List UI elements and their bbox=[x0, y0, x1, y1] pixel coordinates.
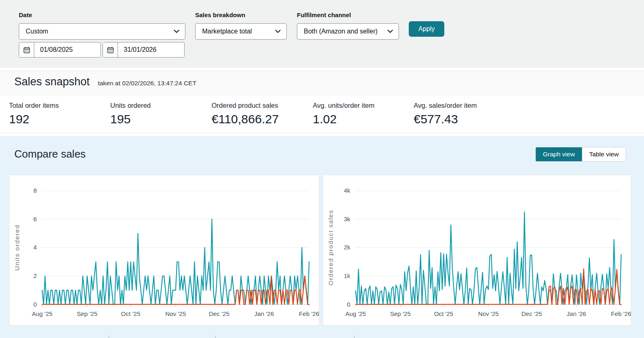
fulfilment-channel-value: Both (Amazon and seller) bbox=[304, 28, 378, 35]
table-view-button[interactable]: Table view bbox=[582, 147, 626, 161]
sales-snapshot-metrics: Total order items 192 Units ordered 195 … bbox=[0, 95, 644, 133]
column-separator-stub bbox=[109, 336, 109, 338]
svg-text:Dec '25: Dec '25 bbox=[521, 310, 542, 317]
svg-text:Ordered product sales: Ordered product sales bbox=[327, 210, 334, 286]
fulfilment-channel-select[interactable]: Both (Amazon and seller) bbox=[297, 23, 399, 40]
metric-ordered-product-sales: Ordered product sales €110,866.27 bbox=[212, 102, 279, 126]
column-separator-stub bbox=[354, 336, 354, 338]
sales-breakdown-select[interactable]: Marketplace total bbox=[195, 23, 287, 40]
date-to-value: 31/01/2026 bbox=[118, 42, 184, 57]
units-ordered-chart-card: 02468Aug '25Sep '25Oct '25Nov '25Dec '25… bbox=[9, 175, 319, 326]
date-filter-label: Date bbox=[19, 11, 32, 18]
snapshot-timestamp: taken at 02/02/2026, 13:47:24 CET bbox=[98, 80, 196, 87]
compare-sales-section: Compare sales Graph view Table view 0246… bbox=[0, 136, 644, 338]
ordered-product-sales-chart: 01k2k3k4kAug '25Sep '25Oct '25Nov '25Dec… bbox=[323, 175, 631, 325]
compare-sales-title: Compare sales bbox=[14, 148, 86, 160]
sales-snapshot-header: Sales snapshot taken at 02/02/2026, 13:4… bbox=[0, 71, 644, 95]
metric-units-ordered: Units ordered 195 bbox=[110, 102, 151, 126]
sales-breakdown-value: Marketplace total bbox=[202, 28, 252, 35]
date-range-value: Custom bbox=[26, 28, 48, 35]
svg-text:Aug '25: Aug '25 bbox=[32, 310, 53, 317]
view-toggle: Graph view Table view bbox=[535, 147, 626, 162]
chevron-down-icon bbox=[275, 30, 281, 33]
calendar-icon bbox=[103, 42, 118, 57]
sales-breakdown-label: Sales breakdown bbox=[195, 11, 245, 18]
svg-text:Feb '26: Feb '26 bbox=[299, 310, 319, 317]
chevron-down-icon bbox=[174, 30, 179, 33]
svg-text:Jan '26: Jan '26 bbox=[254, 310, 274, 317]
chevron-down-icon bbox=[388, 30, 393, 33]
svg-text:0: 0 bbox=[347, 301, 350, 308]
metric-avg-sales-order-item: Avg. sales/order item €577.43 bbox=[414, 102, 477, 126]
units-ordered-chart: 02468Aug '25Sep '25Oct '25Nov '25Dec '25… bbox=[9, 175, 319, 325]
svg-text:Nov '25: Nov '25 bbox=[165, 310, 186, 317]
svg-text:4: 4 bbox=[33, 244, 37, 251]
svg-text:Sep '25: Sep '25 bbox=[77, 310, 98, 317]
svg-text:Oct '25: Oct '25 bbox=[121, 310, 140, 317]
metric-total-order-items: Total order items 192 bbox=[9, 102, 59, 126]
svg-text:Aug '25: Aug '25 bbox=[345, 310, 366, 317]
date-from-input[interactable]: 01/08/2025 bbox=[19, 42, 101, 58]
graph-view-button[interactable]: Graph view bbox=[536, 147, 582, 161]
date-range-select[interactable]: Custom bbox=[19, 23, 185, 40]
svg-text:Oct '25: Oct '25 bbox=[434, 310, 453, 317]
svg-text:6: 6 bbox=[33, 216, 37, 222]
svg-text:Nov '25: Nov '25 bbox=[478, 310, 499, 317]
svg-text:2k: 2k bbox=[344, 244, 350, 251]
units-ordered-chart: 02468Aug '25Sep '25Oct '25Nov '25Dec '25… bbox=[9, 175, 319, 325]
svg-text:Jan '26: Jan '26 bbox=[567, 310, 586, 317]
svg-text:3k: 3k bbox=[344, 216, 350, 222]
column-separator-stub bbox=[215, 336, 216, 338]
svg-text:4k: 4k bbox=[344, 187, 350, 194]
metric-avg-units-order-item: Avg. units/order item 1.02 bbox=[313, 102, 374, 126]
svg-text:1k: 1k bbox=[344, 272, 350, 279]
svg-text:2: 2 bbox=[33, 272, 37, 279]
date-to-input[interactable]: 31/01/2026 bbox=[103, 42, 185, 58]
svg-text:Dec '25: Dec '25 bbox=[209, 310, 229, 317]
svg-text:8: 8 bbox=[33, 187, 37, 194]
filter-bar: Date Custom Sales breakdown Marketplace … bbox=[0, 0, 644, 68]
sales-snapshot-title: Sales snapshot bbox=[14, 76, 90, 88]
ordered-product-sales-chart-card: 01k2k3k4kAug '25Sep '25Oct '25Nov '25Dec… bbox=[323, 175, 631, 326]
date-from-value: 01/08/2025 bbox=[34, 42, 100, 57]
svg-text:Feb '26: Feb '26 bbox=[611, 310, 631, 317]
ordered-product-sales-chart: 01k2k3k4kAug '25Sep '25Oct '25Nov '25Dec… bbox=[323, 175, 631, 325]
apply-button[interactable]: Apply bbox=[409, 21, 444, 37]
svg-text:Units ordered: Units ordered bbox=[13, 225, 20, 271]
fulfilment-channel-label: Fulfilment channel bbox=[297, 11, 351, 18]
sales-dashboard-page: Date Custom Sales breakdown Marketplace … bbox=[0, 0, 644, 338]
svg-text:0: 0 bbox=[33, 301, 37, 308]
svg-text:Sep '25: Sep '25 bbox=[390, 310, 410, 317]
calendar-icon bbox=[19, 42, 34, 57]
